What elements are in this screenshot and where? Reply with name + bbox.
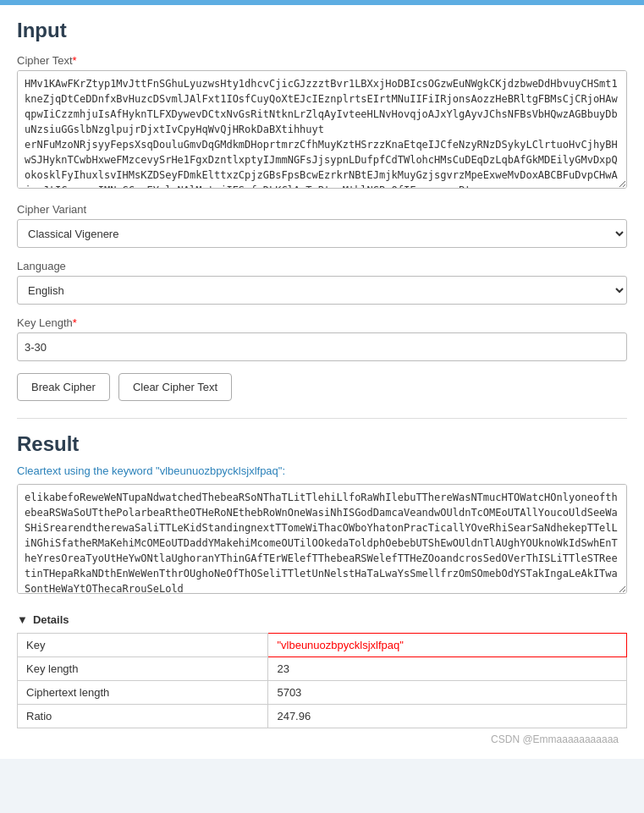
key-length-value-cell: 23	[268, 657, 627, 681]
key-length-label: Key Length*	[17, 316, 627, 329]
details-section: ▼ Details Key "vlbeunuozbpycklsjxlfpaq" …	[17, 613, 627, 728]
result-title: Result	[17, 432, 627, 456]
language-label: Language	[17, 260, 627, 272]
key-label-cell: Key	[18, 634, 268, 657]
input-title: Input	[17, 19, 627, 42]
key-length-label-cell: Key length	[18, 657, 268, 681]
clear-cipher-button[interactable]: Clear Cipher Text	[118, 373, 232, 401]
key-length-input[interactable]	[17, 332, 627, 361]
language-select[interactable]: English German French Spanish	[17, 276, 627, 305]
main-container: Input Cipher Text* Cipher Variant Classi…	[0, 5, 644, 759]
result-section: Result Cleartext using the keyword "vlbe…	[17, 432, 627, 745]
input-section: Input Cipher Text* Cipher Variant Classi…	[17, 19, 627, 401]
cipher-text-field-group: Cipher Text*	[17, 54, 627, 191]
table-row-ciphertext-length: Ciphertext length 5703	[18, 681, 627, 705]
language-field-group: Language English German French Spanish	[17, 260, 627, 305]
details-table: Key "vlbeunuozbpycklsjxlfpaq" Key length…	[17, 633, 627, 728]
section-divider	[17, 418, 627, 419]
details-toggle[interactable]: ▼ Details	[17, 613, 627, 626]
cipher-variant-label: Cipher Variant	[17, 203, 627, 216]
ratio-value-cell: 247.96	[268, 705, 627, 728]
table-row-key-length: Key length 23	[18, 657, 627, 681]
cipher-text-label: Cipher Text*	[17, 54, 627, 67]
details-label: Details	[33, 613, 69, 626]
watermark: CSDN @Emmaaaaaaaaaaa	[17, 733, 627, 745]
break-cipher-button[interactable]: Break Cipher	[17, 373, 110, 401]
table-row-key: Key "vlbeunuozbpycklsjxlfpaq"	[18, 634, 627, 657]
ratio-label-cell: Ratio	[18, 705, 268, 728]
key-value-cell: "vlbeunuozbpycklsjxlfpaq"	[268, 634, 627, 657]
cipher-variant-select[interactable]: Classical Vigenere Beaufort Variant Beau…	[17, 219, 627, 248]
key-length-field-group: Key Length*	[17, 316, 627, 361]
cipher-text-input[interactable]	[17, 70, 627, 189]
triangle-icon: ▼	[17, 613, 28, 626]
button-group: Break Cipher Clear Cipher Text	[17, 373, 627, 401]
cleartext-label: Cleartext using the keyword "vlbeunuozbp…	[17, 464, 627, 477]
result-textarea[interactable]	[17, 484, 627, 594]
ciphertext-length-value-cell: 5703	[268, 681, 627, 705]
ciphertext-length-label-cell: Ciphertext length	[18, 681, 268, 705]
cipher-variant-field-group: Cipher Variant Classical Vigenere Beaufo…	[17, 203, 627, 248]
table-row-ratio: Ratio 247.96	[18, 705, 627, 728]
